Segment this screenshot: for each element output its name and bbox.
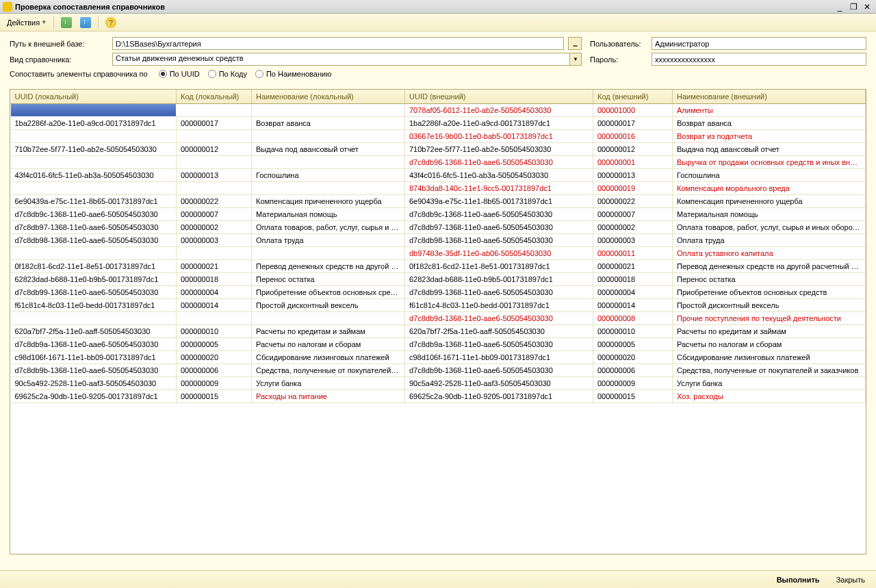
password-input[interactable] <box>652 53 866 66</box>
path-input[interactable] <box>112 37 564 50</box>
table-row[interactable]: f61c81c4-8c03-11e0-bedd-001731897dc10000… <box>11 298 866 311</box>
cell-code-ext: 000000019 <box>593 181 673 194</box>
table-row[interactable]: db97483e-35df-11e0-ab06-5050545030300000… <box>11 246 866 259</box>
table-row[interactable]: d7c8db98-1368-11e0-aae6-5050545030300000… <box>11 233 866 246</box>
actions-menu-button[interactable]: Действия ▼ <box>4 17 49 28</box>
cell-name-local <box>252 129 405 142</box>
cell-code-ext: 000000016 <box>593 129 673 142</box>
table-row[interactable]: d7c8db96-1368-11e0-aae6-5050545030300000… <box>11 155 866 168</box>
table-row[interactable]: 1ba2286f-a20e-11e0-a9cd-001731897dc10000… <box>11 116 866 129</box>
cell-code-ext: 000000010 <box>593 324 673 337</box>
cell-uuid-ext: d7c8db9d-1368-11e0-aae6-505054503030 <box>405 311 593 324</box>
cell-uuid-ext: db97483e-35df-11e0-ab06-505054503030 <box>405 246 593 259</box>
col-uuid-ext[interactable]: UUID (внешний) <box>405 90 593 103</box>
help-button[interactable]: ? <box>103 16 119 29</box>
table-row[interactable]: d7c8db99-1368-11e0-aae6-5050545030300000… <box>11 285 866 298</box>
cell-uuid-ext: 1ba2286f-a20e-11e0-a9cd-001731897dc1 <box>405 116 593 129</box>
cell-uuid-local: d7c8db9c-1368-11e0-aae6-505054503030 <box>11 207 177 220</box>
table-row[interactable]: d7c8db9c-1368-11e0-aae6-5050545030300000… <box>11 207 866 220</box>
cell-code-ext: 000000006 <box>593 363 673 376</box>
cell-name-ext: Материальная помощь <box>673 207 866 220</box>
cell-code-local: 000000005 <box>177 337 252 350</box>
cell-code-ext: 000000020 <box>593 350 673 363</box>
form-area: Путь к внешней базе: ... Пользователь: В… <box>0 31 876 84</box>
cell-uuid-local: d7c8db9b-1368-11e0-aae6-505054503030 <box>11 363 177 376</box>
radio-name[interactable]: По Наименованию <box>255 70 331 78</box>
cell-uuid-ext: d7c8db97-1368-11e0-aae6-505054503030 <box>405 220 593 233</box>
save-icon <box>80 17 91 28</box>
close-window-button[interactable]: ✕ <box>861 1 873 12</box>
col-code-local[interactable]: Код (локальный) <box>177 90 252 103</box>
table-row[interactable]: 6e90439a-e75c-11e1-8b65-001731897dc10000… <box>11 194 866 207</box>
cell-name-local <box>252 103 405 116</box>
cell-name-local: Выдача под авансовый отчет <box>252 142 405 155</box>
cell-code-local <box>177 103 252 116</box>
execute-button[interactable]: Выполнить <box>773 574 824 586</box>
cell-name-ext: Сбсидирование лизинговых платежей <box>673 350 866 363</box>
radio-code[interactable]: По Коду <box>208 70 247 78</box>
table-row[interactable]: 43f4c016-6fc5-11e0-ab3a-5050545030300000… <box>11 168 866 181</box>
table-row[interactable]: 62823dad-b688-11e0-b9b5-001731897dc10000… <box>11 272 866 285</box>
type-select[interactable]: Статьи движения денежных средств <box>112 53 569 66</box>
table-row[interactable]: 0f182c81-6cd2-11e1-8e51-001731897dc10000… <box>11 259 866 272</box>
table-row[interactable]: d7c8db9d-1368-11e0-aae6-5050545030300000… <box>11 311 866 324</box>
cell-name-ext: Приобретение объектов основных средств <box>673 285 866 298</box>
cell-uuid-ext: 710b72ee-5f77-11e0-ab2e-505054503030 <box>405 142 593 155</box>
close-button[interactable]: Закрыть <box>832 574 869 586</box>
dropdown-arrow-icon[interactable]: ▼ <box>569 53 582 66</box>
cell-name-ext: Перенос остатка <box>673 272 866 285</box>
cell-name-ext: Возврат из подотчета <box>673 129 866 142</box>
cell-name-local <box>252 311 405 324</box>
table-row[interactable]: d7c8db97-1368-11e0-aae6-5050545030300000… <box>11 220 866 233</box>
cell-name-ext: Компенсация причененного ущерба <box>673 194 866 207</box>
dropdown-icon: ▼ <box>41 19 47 25</box>
table-row[interactable]: d7c8db9b-1368-11e0-aae6-5050545030300000… <box>11 363 866 376</box>
cell-uuid-local <box>11 103 177 116</box>
user-label: Пользователь: <box>590 40 647 48</box>
cell-uuid-local: 43f4c016-6fc5-11e0-ab3a-505054503030 <box>11 168 177 181</box>
cell-name-local: Госпошлина <box>252 168 405 181</box>
cell-name-local: Оплата товаров, работ, услуг, сырья и и.… <box>252 220 405 233</box>
minimize-button[interactable]: _ <box>834 1 846 12</box>
cell-name-local: Оплата труда <box>252 233 405 246</box>
cell-name-ext: Хоз. расходы <box>673 389 866 402</box>
table-row[interactable]: 710b72ee-5f77-11e0-ab2e-5050545030300000… <box>11 142 866 155</box>
user-input[interactable] <box>652 37 866 50</box>
cell-code-ext: 000000002 <box>593 220 673 233</box>
cell-name-ext: Оплата уставного капитала <box>673 246 866 259</box>
col-code-ext[interactable]: Код (внешний) <box>593 90 673 103</box>
cell-code-local: 000000012 <box>177 142 252 155</box>
col-name-ext[interactable]: Наименование (внешний) <box>673 90 866 103</box>
cell-uuid-ext: 0f182c81-6cd2-11e1-8e51-001731897dc1 <box>405 259 593 272</box>
cell-name-local: Возврат аванса <box>252 116 405 129</box>
cell-code-local: 000000003 <box>177 233 252 246</box>
table-row[interactable]: 874b3da8-140c-11e1-9cc5-001731897dc10000… <box>11 181 866 194</box>
browse-button[interactable]: ... <box>568 37 582 50</box>
col-uuid-local[interactable]: UUID (локальный) <box>11 90 177 103</box>
cell-code-ext: 000000014 <box>593 298 673 311</box>
cell-uuid-ext: 03667e16-9b00-11e0-bab5-001731897dc1 <box>405 129 593 142</box>
table-row[interactable]: 620a7bf7-2f5a-11e0-aaff-5050545030300000… <box>11 324 866 337</box>
table-row[interactable]: c98d106f-1671-11e1-bb09-001731897dc10000… <box>11 350 866 363</box>
load-button[interactable] <box>58 16 75 29</box>
save-button[interactable] <box>77 16 94 29</box>
comparison-table[interactable]: UUID (локальный) Код (локальный) Наимено… <box>10 89 866 554</box>
col-name-local[interactable]: Наименование (локальный) <box>252 90 405 103</box>
cell-code-ext: 000000013 <box>593 168 673 181</box>
cell-code-local: 000000014 <box>177 298 252 311</box>
table-row[interactable]: 69625c2a-90db-11e0-9205-001731897dc10000… <box>11 389 866 402</box>
toolbar-divider <box>53 16 54 29</box>
maximize-button[interactable]: ❐ <box>847 1 860 12</box>
cell-name-ext: Прочие поступления по текущей деятельнос… <box>673 311 866 324</box>
cell-uuid-local <box>11 155 177 168</box>
table-row[interactable]: 90c5a492-2528-11e0-aaf3-5050545030300000… <box>11 376 866 389</box>
table-row[interactable]: 03667e16-9b00-11e0-bab5-001731897dc10000… <box>11 129 866 142</box>
cell-uuid-local: 1ba2286f-a20e-11e0-a9cd-001731897dc1 <box>11 116 177 129</box>
actions-label: Действия <box>7 18 40 27</box>
cell-code-local <box>177 181 252 194</box>
radio-uuid[interactable]: По UUID <box>159 70 200 78</box>
cell-name-local <box>252 181 405 194</box>
table-row[interactable]: 7078af05-6012-11e0-ab2e-5050545030300000… <box>11 103 866 116</box>
table-row[interactable]: d7c8db9a-1368-11e0-aae6-5050545030300000… <box>11 337 866 350</box>
cell-code-ext: 000000001 <box>593 155 673 168</box>
